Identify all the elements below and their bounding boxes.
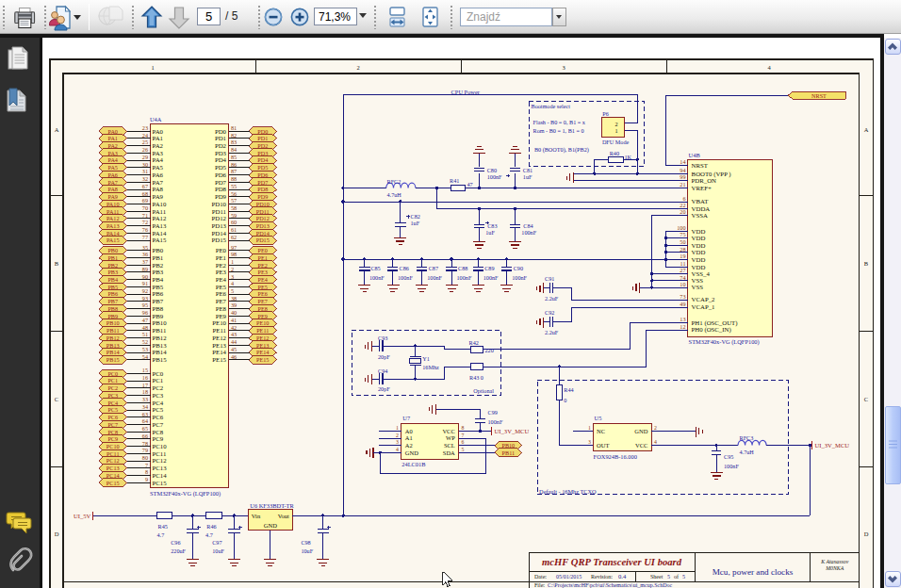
svg-text:C97: C97 [212, 539, 221, 546]
svg-text:3: 3 [396, 439, 399, 445]
svg-text:PA4: PA4 [108, 156, 118, 163]
svg-text:16: 16 [142, 374, 148, 381]
svg-text:81: 81 [231, 124, 237, 131]
svg-text:PB9: PB9 [107, 313, 118, 319]
svg-text:PC11: PC11 [153, 450, 167, 457]
svg-text:Mcu, power and clocks: Mcu, power and clocks [713, 567, 794, 577]
svg-text:PD5: PD5 [215, 164, 227, 171]
svg-text:PA8: PA8 [108, 186, 118, 192]
svg-text:05/01/2015: 05/01/2015 [556, 574, 582, 580]
svg-text:19: 19 [680, 253, 685, 259]
svg-text:10uF: 10uF [301, 547, 313, 554]
svg-text:PD13: PD13 [212, 222, 227, 229]
svg-text:14: 14 [680, 158, 685, 165]
svg-text:24: 24 [142, 132, 148, 139]
svg-text:PB4: PB4 [153, 276, 164, 283]
svg-text:2: 2 [396, 433, 399, 438]
svg-text:12: 12 [680, 323, 685, 330]
svg-text:89: 89 [142, 266, 148, 272]
svg-text:31: 31 [142, 168, 148, 174]
svg-text:92: 92 [142, 287, 148, 294]
svg-text:2: 2 [231, 266, 234, 272]
svg-text:RFC3: RFC3 [740, 434, 754, 441]
svg-text:PC10: PC10 [153, 443, 168, 449]
svg-text:VSS: VSS [692, 277, 704, 284]
svg-text:PA12: PA12 [106, 215, 120, 221]
svg-text:PA1: PA1 [153, 135, 163, 141]
svg-text:PC8: PC8 [107, 429, 118, 435]
svg-text:VDD: VDD [692, 256, 706, 263]
svg-text:PB1: PB1 [107, 254, 118, 261]
svg-text:PC3: PC3 [153, 392, 164, 399]
svg-text:53: 53 [142, 346, 148, 352]
svg-text:R46: R46 [206, 523, 216, 530]
svg-text:5: 5 [462, 447, 465, 452]
svg-text:PE0: PE0 [258, 247, 268, 253]
svg-text:1: 1 [231, 258, 234, 265]
svg-text:PA14: PA14 [153, 230, 167, 237]
svg-text:PC10: PC10 [106, 443, 120, 449]
svg-text:PB14: PB14 [106, 349, 120, 355]
svg-text:FOX924B-16.000: FOX924B-16.000 [594, 453, 637, 460]
svg-text:PD14: PD14 [256, 230, 270, 237]
svg-text:PC7: PC7 [153, 421, 164, 428]
svg-text:85: 85 [231, 154, 237, 160]
svg-text:D: D [864, 531, 869, 537]
svg-text:PC13: PC13 [106, 465, 120, 471]
svg-text:99: 99 [680, 173, 685, 180]
svg-text:PD14: PD14 [212, 230, 227, 237]
svg-text:PD7: PD7 [257, 179, 268, 186]
svg-text:3: 3 [231, 273, 234, 280]
svg-text:PD8: PD8 [215, 186, 227, 192]
svg-text:98: 98 [231, 251, 237, 257]
svg-text:PC6: PC6 [107, 414, 118, 420]
svg-text:R41: R41 [450, 177, 459, 184]
svg-text:1uF: 1uF [411, 220, 420, 226]
svg-text:28: 28 [680, 246, 685, 253]
svg-text:RFC2: RFC2 [387, 178, 401, 185]
svg-text:0.4: 0.4 [618, 573, 627, 580]
svg-text:PE10: PE10 [256, 319, 269, 326]
svg-text:PB6: PB6 [153, 290, 164, 297]
svg-text:C92: C92 [545, 309, 554, 316]
svg-text:PA5: PA5 [153, 164, 164, 171]
svg-text:18: 18 [142, 388, 148, 395]
svg-text:PA10: PA10 [106, 201, 120, 207]
svg-text:PE9: PE9 [258, 313, 268, 319]
svg-text:PE2: PE2 [258, 262, 268, 269]
svg-text:PD9: PD9 [257, 193, 268, 200]
svg-text:C: C [864, 396, 868, 402]
svg-text:VDD: VDD [692, 228, 706, 235]
svg-text:C90: C90 [514, 265, 523, 271]
svg-text:PA13: PA13 [106, 222, 120, 229]
svg-text:PC1: PC1 [107, 377, 118, 384]
svg-text:77: 77 [142, 234, 148, 240]
svg-text:M0NKA: M0NKA [825, 565, 844, 571]
svg-text:PB8: PB8 [153, 305, 164, 312]
svg-text:VSSA: VSSA [692, 212, 708, 219]
svg-text:A1: A1 [405, 434, 413, 441]
svg-text:PD15: PD15 [212, 237, 227, 243]
svg-text:PA0: PA0 [153, 128, 164, 135]
svg-text:PE7: PE7 [258, 298, 268, 304]
svg-text:File:: File: [534, 582, 545, 588]
svg-text:1: 1 [151, 64, 154, 71]
svg-text:PC6: PC6 [153, 414, 164, 420]
svg-text:C86: C86 [400, 265, 409, 271]
svg-text:100nF: 100nF [487, 173, 502, 180]
svg-text:PB15: PB15 [153, 356, 168, 363]
svg-text:6: 6 [682, 195, 685, 202]
svg-text:Date:: Date: [534, 574, 547, 580]
svg-text:100nF: 100nF [512, 274, 527, 281]
svg-text:13: 13 [680, 316, 685, 322]
svg-text:32: 32 [142, 175, 148, 182]
svg-text:PB11: PB11 [153, 327, 167, 334]
svg-text:PE11: PE11 [256, 327, 269, 334]
svg-text:C95: C95 [724, 453, 733, 460]
svg-text:PB6: PB6 [107, 290, 118, 297]
svg-text:8: 8 [462, 425, 465, 431]
svg-text:69: 69 [142, 197, 148, 204]
svg-text:10uF: 10uF [212, 547, 224, 554]
svg-text:7: 7 [462, 433, 465, 438]
svg-text:100nF: 100nF [427, 274, 442, 281]
